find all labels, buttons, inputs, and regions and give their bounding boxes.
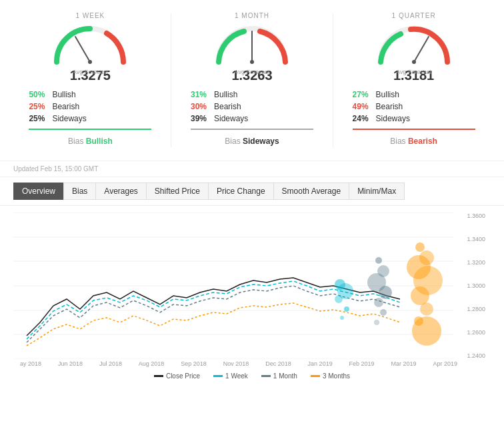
y-label-2: 1.3400 — [467, 236, 485, 242]
sideways-row-q: 24% Sideways — [353, 113, 475, 125]
legend-1week-icon — [213, 375, 223, 377]
x-label-4: Sep 2018 — [181, 360, 207, 367]
bias-1week: Bias Bullish — [22, 134, 158, 149]
y-label-3: 1.3200 — [467, 259, 485, 266]
bullish-row-q: 27% Bullish — [353, 89, 475, 101]
svg-point-29 — [411, 286, 429, 305]
gauge-1quarter-title: 1 QUARTER — [346, 12, 482, 19]
bearish-row: 25% Bearish — [29, 101, 151, 113]
legend-3months: 3 Months — [311, 372, 350, 380]
svg-point-25 — [415, 242, 425, 252]
y-label-1: 1.3600 — [467, 212, 485, 219]
bullish-row-m: 31% Bullish — [191, 89, 313, 101]
legend-1month: 1 Month — [261, 372, 297, 380]
bias-label-1week: Bias — [68, 137, 83, 146]
svg-point-30 — [420, 302, 433, 316]
x-axis: ay 2018 Jun 2018 Jul 2018 Aug 2018 Sep 2… — [13, 359, 491, 368]
bullish-pct-m: 31% — [191, 90, 214, 99]
y-label-5: 1.2800 — [467, 306, 485, 312]
legend-close-price-label: Close Price — [166, 372, 200, 380]
y-label-7: 1.2400 — [467, 352, 485, 359]
gauge-1quarter-chart: Avg Forecast — [374, 22, 454, 65]
sideways-pct-q: 24% — [353, 114, 376, 123]
legend-1week: 1 Week — [213, 372, 248, 380]
sideways-row: 25% Sideways — [29, 113, 151, 125]
sideways-label: Sideways — [52, 114, 86, 123]
updated-text: Updated Feb 15, 15:00 GMT — [0, 161, 504, 177]
gauge-1week-title: 1 WEEK — [22, 12, 158, 19]
tab-minim-max[interactable]: Minim/Max — [349, 183, 405, 200]
bias-1quarter: Bias Bearish — [346, 134, 482, 149]
gauge-1month-chart: Avg Forecast — [212, 22, 292, 65]
bullish-label-q: Bullish — [376, 90, 399, 99]
legend-close-price: Close Price — [154, 372, 200, 380]
x-label-0: ay 2018 — [20, 360, 41, 367]
tab-price-change[interactable]: Price Change — [208, 183, 273, 200]
bias-value-1month: Sideways — [243, 137, 279, 146]
svg-point-5 — [412, 60, 416, 64]
gauge-1month-title: 1 MONTH — [184, 12, 320, 19]
svg-point-24 — [374, 320, 379, 325]
gauge-1quarter: 1 QUARTER Avg Forecast 1.3181 27% Bullis… — [341, 7, 487, 154]
svg-point-16 — [344, 306, 349, 312]
x-label-6: Dec 2018 — [265, 360, 291, 367]
bias-label-1quarter: Bias — [390, 137, 405, 146]
legend-close-price-icon — [154, 375, 163, 377]
sideways-pct-m: 39% — [191, 114, 214, 123]
gauge-1month: 1 MONTH Avg Forecast 1.3263 31% Bullish … — [179, 7, 325, 154]
x-label-10: Apr 2019 — [433, 360, 457, 367]
bias-value-1week: Bullish — [86, 137, 113, 146]
bullish-pct: 50% — [29, 90, 52, 99]
tab-bias[interactable]: Bias — [63, 183, 95, 200]
chart-wrapper: 1.3600 1.3400 1.3200 1.3000 1.2800 1.260… — [13, 212, 491, 359]
y-label-4: 1.3000 — [467, 282, 485, 289]
x-label-7: Jan 2019 — [308, 360, 333, 367]
tabs-section: Overview Bias Averages Shifted Price Pri… — [0, 177, 504, 206]
chart-svg — [13, 212, 480, 359]
svg-line-0 — [75, 37, 90, 62]
gauge-1week: 1 WEEK Avg Forecast 1.3275 50% Bullish — [17, 7, 163, 154]
x-label-2: Jul 2018 — [99, 360, 122, 367]
legend-3months-icon — [311, 375, 320, 377]
gauge-1quarter-label: Avg Forecast — [374, 69, 454, 75]
gauge-1quarter-stats: 27% Bullish 49% Bearish 24% Sideways — [346, 89, 482, 125]
tab-smooth-average[interactable]: Smooth Average — [273, 183, 349, 200]
x-label-3: Aug 2018 — [139, 360, 165, 367]
chart-section: 1.3600 1.3400 1.3200 1.3000 1.2800 1.260… — [0, 206, 504, 384]
legend: Close Price 1 Week 1 Month 3 Months — [13, 368, 491, 384]
bullish-label: Bullish — [52, 90, 75, 99]
svg-line-4 — [414, 37, 429, 62]
y-axis: 1.3600 1.3400 1.3200 1.3000 1.2800 1.260… — [467, 212, 485, 359]
x-label-5: Nov 2018 — [223, 360, 249, 367]
y-label-6: 1.2600 — [467, 329, 485, 336]
divider-1month — [191, 129, 313, 130]
bearish-pct: 25% — [29, 102, 52, 111]
bias-label-1month: Bias — [225, 137, 240, 146]
divider-v1 — [171, 13, 171, 147]
x-label-9: Mar 2019 — [391, 360, 417, 367]
gauge-1month-label: Avg Forecast — [212, 69, 292, 75]
bearish-row-q: 49% Bearish — [353, 101, 475, 113]
svg-point-17 — [340, 316, 344, 320]
svg-point-18 — [375, 257, 382, 264]
tab-overview[interactable]: Overview — [13, 183, 63, 200]
svg-point-32 — [412, 316, 441, 346]
gauge-1month-stats: 31% Bullish 30% Bearish 39% Sideways — [184, 89, 320, 125]
gauge-1week-label: Avg Forecast — [50, 69, 130, 75]
svg-point-22 — [374, 298, 383, 307]
sideways-label-q: Sideways — [376, 114, 410, 123]
tab-shifted-price[interactable]: Shifted Price — [146, 183, 208, 200]
legend-1month-label: 1 Month — [273, 372, 297, 380]
gauge-1week-stats: 50% Bullish 25% Bearish 25% Sideways — [22, 89, 158, 125]
divider-v2 — [333, 13, 333, 147]
bias-1month: Bias Sideways — [184, 134, 320, 149]
svg-point-15 — [335, 295, 343, 303]
tab-averages[interactable]: Averages — [95, 183, 145, 200]
bearish-label: Bearish — [52, 102, 79, 111]
bullish-row: 50% Bullish — [29, 89, 151, 101]
sideways-row-m: 39% Sideways — [191, 113, 313, 125]
divider-1quarter — [353, 129, 475, 130]
legend-3months-label: 3 Months — [323, 372, 350, 380]
bearish-label-q: Bearish — [376, 102, 403, 111]
bearish-row-m: 30% Bearish — [191, 101, 313, 113]
